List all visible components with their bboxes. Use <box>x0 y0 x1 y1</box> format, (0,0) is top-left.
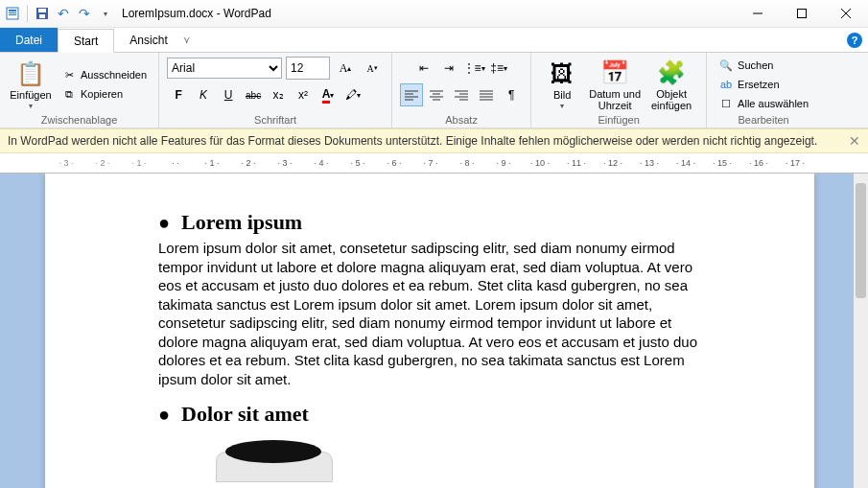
font-color-button[interactable]: A▾ <box>317 83 340 106</box>
group-edit: 🔍Suchen abErsetzen ☐Alle auswählen Bearb… <box>707 53 820 128</box>
paragraph-dialog-button[interactable]: ¶ <box>500 83 523 106</box>
ruler-tick: · 3 · <box>48 158 84 168</box>
ruler-tick: · 6 · <box>376 158 412 168</box>
align-justify-button[interactable] <box>475 83 498 106</box>
ruler-tick: · · <box>157 158 194 168</box>
line-spacing-button[interactable]: ‡≡▾ <box>487 57 510 80</box>
ruler-tick: · 15 · <box>704 158 740 168</box>
italic-button[interactable]: K <box>192 83 215 106</box>
ruler-tick: · 3 · <box>267 158 303 168</box>
bold-button[interactable]: F <box>167 83 190 106</box>
svg-rect-8 <box>798 10 807 18</box>
window-title: LoremIpsum.docx - WordPad <box>122 7 271 20</box>
picture-icon: 🖼 <box>547 58 577 89</box>
ruler-tick: · 1 · <box>194 158 230 168</box>
ribbon-tabs: Datei Start Ansicht ⋎ ? <box>0 28 868 53</box>
group-font: Arial A▴ A▾ F K U abc x₂ x² A▾ 🖍▾ Schrif… <box>159 53 392 128</box>
app-icon[interactable] <box>4 5 21 22</box>
replace-button[interactable]: abErsetzen <box>715 76 812 93</box>
cut-button[interactable]: ✂Ausschneiden <box>58 66 151 83</box>
group-insert: 🖼 Bild ▾ 📅 Datum undUhrzeit 🧩 Objekteinf… <box>531 53 707 128</box>
copy-icon: ⧉ <box>61 86 77 102</box>
maximize-button[interactable] <box>780 0 824 27</box>
superscript-button[interactable]: x² <box>292 83 315 106</box>
ribbon: 📋 Einfügen ▾ ✂Ausschneiden ⧉Kopieren Zwi… <box>0 53 868 128</box>
align-left-button[interactable] <box>400 83 423 106</box>
ruler[interactable]: · 3 ·· 2 ·· 1 ·· ·· 1 ·· 2 ·· 3 ·· 4 ·· … <box>0 153 868 174</box>
svg-rect-3 <box>9 14 16 15</box>
paste-icon: 📋 <box>15 58 46 89</box>
decrease-indent-button[interactable]: ⇤ <box>412 57 435 80</box>
ruler-tick: · 2 · <box>84 158 121 168</box>
ruler-tick: · 13 · <box>631 158 668 168</box>
group-label-font: Schriftart <box>167 112 384 126</box>
bullet-icon: ● <box>158 404 170 426</box>
redo-icon[interactable]: ↷ <box>76 5 93 22</box>
group-paragraph: ⇤ ⇥ ⋮≡▾ ‡≡▾ ¶ Absatz <box>392 53 531 128</box>
title-bar: ↶ ↷ ▾ LoremIpsum.docx - WordPad <box>0 0 868 28</box>
tab-view[interactable]: Ansicht <box>114 28 182 52</box>
grow-font-button[interactable]: A▴ <box>334 57 357 80</box>
group-label-edit: Bearbeiten <box>715 112 812 126</box>
find-button[interactable]: 🔍Suchen <box>715 57 812 74</box>
paragraph-1: Lorem ipsum dolor sit amet, consetetur s… <box>158 239 701 388</box>
highlight-button[interactable]: 🖍▾ <box>341 83 364 106</box>
ruler-tick: · 1 · <box>121 158 157 168</box>
warning-bar: In WordPad werden nicht alle Features fü… <box>0 128 868 153</box>
shrink-font-button[interactable]: A▾ <box>361 57 384 80</box>
ruler-tick: · 2 · <box>230 158 267 168</box>
window-controls <box>736 0 868 27</box>
object-button[interactable]: 🧩 Objekteinfügen <box>645 58 698 111</box>
heading-2: ●Dolor sit amet <box>158 402 701 427</box>
ruler-tick: · 17 · <box>777 158 813 168</box>
align-right-button[interactable] <box>450 83 473 106</box>
ruler-tick: · 5 · <box>340 158 376 168</box>
ribbon-collapse-icon[interactable]: ⋎ <box>183 35 190 45</box>
help-icon[interactable]: ? <box>847 33 862 48</box>
copy-button[interactable]: ⧉Kopieren <box>58 85 151 103</box>
undo-icon[interactable]: ↶ <box>55 5 72 22</box>
group-label-clipboard: Zwischenablage <box>8 112 151 126</box>
ruler-tick: · 8 · <box>449 158 485 168</box>
font-size-input[interactable] <box>286 57 330 80</box>
increase-indent-button[interactable]: ⇥ <box>437 57 460 80</box>
save-icon[interactable] <box>34 5 51 22</box>
select-all-button[interactable]: ☐Alle auswählen <box>715 95 812 112</box>
picture-button[interactable]: 🖼 Bild ▾ <box>539 58 585 109</box>
calendar-icon: 📅 <box>599 58 630 88</box>
qat-dropdown-icon[interactable]: ▾ <box>97 5 114 22</box>
close-warning-button[interactable]: ✕ <box>849 133 860 149</box>
minimize-button[interactable] <box>736 0 780 27</box>
tab-file[interactable]: Datei <box>0 28 58 52</box>
bullets-button[interactable]: ⋮≡▾ <box>462 57 485 80</box>
align-center-button[interactable] <box>425 83 448 106</box>
datetime-button[interactable]: 📅 Datum undUhrzeit <box>585 58 645 111</box>
svg-rect-1 <box>9 10 16 12</box>
ruler-tick: · 16 · <box>740 158 777 168</box>
vertical-scrollbar[interactable] <box>854 174 868 488</box>
document-scroll[interactable]: ●Lorem ipsum Lorem ipsum dolor sit amet,… <box>0 174 868 488</box>
ruler-tick: · 14 · <box>668 158 704 168</box>
font-family-select[interactable]: Arial <box>167 58 282 79</box>
heading-1: ●Lorem ipsum <box>158 210 701 235</box>
select-all-icon: ☐ <box>718 96 734 111</box>
page[interactable]: ●Lorem ipsum Lorem ipsum dolor sit amet,… <box>45 174 814 488</box>
ruler-tick: · 12 · <box>595 158 631 168</box>
tab-start[interactable]: Start <box>58 29 114 53</box>
strikethrough-button[interactable]: abc <box>242 83 265 106</box>
paste-button[interactable]: 📋 Einfügen ▾ <box>8 58 54 109</box>
svg-rect-5 <box>38 9 46 12</box>
group-label-paragraph: Absatz <box>400 112 523 126</box>
group-clipboard: 📋 Einfügen ▾ ✂Ausschneiden ⧉Kopieren Zwi… <box>0 53 159 128</box>
close-button[interactable] <box>824 0 868 27</box>
cut-icon: ✂ <box>61 67 77 82</box>
app-window: ↶ ↷ ▾ LoremIpsum.docx - WordPad Datei St… <box>0 0 868 488</box>
ruler-tick: · 10 · <box>522 158 558 168</box>
ruler-tick: · 9 · <box>485 158 522 168</box>
svg-rect-6 <box>39 14 45 18</box>
replace-icon: ab <box>718 77 734 92</box>
scroll-thumb[interactable] <box>856 183 866 298</box>
subscript-button[interactable]: x₂ <box>267 83 290 106</box>
document-area: · 3 ·· 2 ·· 1 ·· ·· 1 ·· 2 ·· 3 ·· 4 ·· … <box>0 153 868 488</box>
underline-button[interactable]: U <box>217 83 240 106</box>
